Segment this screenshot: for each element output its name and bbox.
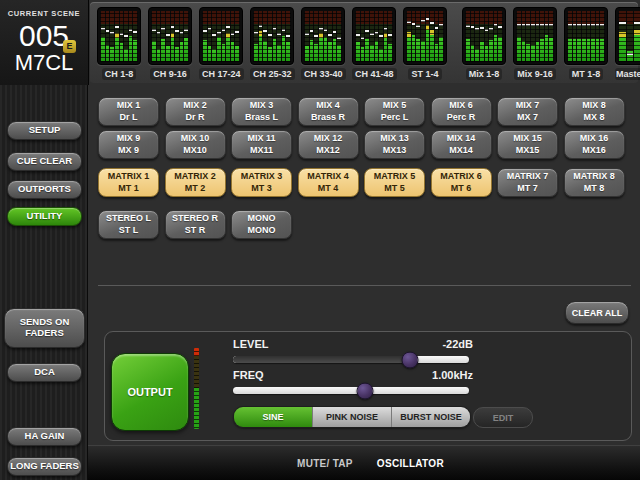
waveform-button-pink-noise[interactable]: PINK NOISE [312, 407, 391, 427]
bus-button[interactable]: MIX 12MX12 [298, 130, 359, 159]
meter-bar [129, 11, 133, 61]
bus-button[interactable]: MONOMONO [231, 210, 292, 239]
meter-block-label: Mix 1-8 [466, 68, 503, 80]
sidebar-button-sends-on-faders[interactable]: SENDS ONFADERS [4, 308, 85, 348]
bus-button[interactable]: MIX 14MX14 [431, 130, 492, 159]
meter-bar [379, 11, 383, 61]
meter-bar [526, 11, 530, 61]
meter-bar [133, 11, 137, 61]
meter-bar [319, 11, 323, 61]
meter-bar [217, 11, 221, 61]
meter-bar [361, 11, 365, 61]
meter-bar [494, 11, 498, 61]
level-slider-handle[interactable] [402, 351, 419, 368]
meter-bar [471, 11, 475, 61]
meter-bar [305, 11, 309, 61]
waveform-button-sine[interactable]: SINE [234, 407, 312, 427]
bus-button-channel: ST R [166, 225, 225, 237]
sidebar-button-utility[interactable]: UTILITY [7, 207, 82, 226]
oscillator-output-button[interactable]: OUTPUT [111, 353, 189, 431]
meter-bar [517, 11, 521, 61]
meter-bar [254, 11, 258, 61]
bus-button-name: MATRIX 7 [498, 171, 557, 183]
bus-button[interactable]: MIX 16MX16 [564, 130, 625, 159]
bus-button[interactable]: MIX 11MX11 [231, 130, 292, 159]
meter-bar [268, 11, 272, 61]
bus-button[interactable]: MIX 4Brass R [298, 97, 359, 126]
bus-button-name: STEREO R [166, 213, 225, 225]
bus-button[interactable]: MIX 13MX13 [364, 130, 425, 159]
bus-button[interactable]: STEREO LST L [98, 210, 159, 239]
bus-button-channel: MX 7 [498, 112, 557, 124]
meter-bar [370, 11, 374, 61]
meter-block-label: ST 1-4 [408, 68, 441, 80]
bus-button[interactable]: MIX 15MX15 [497, 130, 558, 159]
bus-button[interactable]: STEREO RST R [165, 210, 226, 239]
bus-button-name: MIX 14 [432, 133, 491, 145]
bus-button-name: MIX 6 [432, 100, 491, 112]
bus-button[interactable]: MATRIX 7MT 7 [497, 168, 558, 197]
tab-oscillator[interactable]: OSCILLATOR [377, 458, 444, 469]
meter-block: Master [615, 7, 640, 80]
section-divider [98, 285, 631, 286]
bus-button-name: MIX 16 [565, 133, 624, 145]
freq-slider-handle[interactable] [357, 382, 374, 399]
waveform-selector: SINEPINK NOISEBURST NOISE [233, 406, 471, 428]
bus-button-channel: MT 7 [498, 183, 557, 195]
level-slider[interactable] [233, 356, 469, 363]
tab-mute-tap[interactable]: MUTE/ TAP [297, 458, 353, 469]
meter-block-label: Master [615, 68, 640, 80]
level-slider-track[interactable] [233, 356, 410, 363]
meter-bar [531, 11, 535, 61]
bus-button[interactable]: MATRIX 5MT 5 [364, 168, 425, 197]
meter-bar [435, 11, 439, 61]
meter-bar [208, 11, 212, 61]
bus-button[interactable]: MIX 9MX 9 [98, 130, 159, 159]
bus-button-channel: MT 5 [365, 183, 424, 195]
meter-bar [337, 11, 341, 61]
sidebar-button-cue-clear[interactable]: CUE CLEAR [7, 152, 82, 171]
current-scene-display: CURRENT SCENE 005 E M7CL [0, 0, 89, 86]
bus-button[interactable]: MIX 6Perc R [431, 97, 492, 126]
bus-button[interactable]: MATRIX 8MT 8 [564, 168, 625, 197]
freq-slider[interactable] [233, 387, 469, 394]
meter-bar [430, 11, 434, 61]
sidebar-button-label: LONG FADERS [8, 461, 81, 472]
meter-block-label: CH 1-8 [102, 68, 137, 80]
meter-bar [421, 11, 425, 61]
bus-button[interactable]: MIX 10MX10 [165, 130, 226, 159]
sidebar-button-label: CUE CLEAR [8, 156, 81, 167]
sidebar-button-ha-gain[interactable]: HA GAIN [7, 427, 82, 446]
bus-button[interactable]: MATRIX 4MT 4 [298, 168, 359, 197]
sidebar-button-dca[interactable]: DCA [7, 363, 82, 382]
main-panel: MIX 1Dr LMIX 2Dr RMIX 3Brass LMIX 4Brass… [88, 85, 640, 445]
bus-button[interactable]: MIX 3Brass L [231, 97, 292, 126]
sidebar-button-outports[interactable]: OUTPORTS [7, 180, 82, 199]
bus-button-name: MATRIX 4 [299, 171, 358, 183]
bus-button[interactable]: MIX 8MX 8 [564, 97, 625, 126]
meter-bar [282, 11, 286, 61]
bus-button-name: MATRIX 8 [565, 171, 624, 183]
bus-button[interactable]: MIX 2Dr R [165, 97, 226, 126]
bus-button[interactable]: MIX 1Dr L [98, 97, 159, 126]
bus-button-name: MIX 10 [166, 133, 225, 145]
bus-button[interactable]: MATRIX 2MT 2 [165, 168, 226, 197]
sidebar-button-label: DCA [8, 367, 81, 378]
bus-button[interactable]: MIX 7MX 7 [497, 97, 558, 126]
waveform-button-burst-noise[interactable]: BURST NOISE [391, 407, 470, 427]
sidebar-button-setup[interactable]: SETUP [7, 121, 82, 140]
edit-button[interactable]: EDIT [473, 407, 533, 428]
clear-all-button[interactable]: CLEAR ALL [565, 301, 629, 324]
level-value: -22dB [442, 338, 473, 350]
bus-button[interactable]: MATRIX 3MT 3 [231, 168, 292, 197]
bus-button[interactable]: MATRIX 1MT 1 [98, 168, 159, 197]
sidebar-button-long-faders[interactable]: LONG FADERS [7, 457, 82, 476]
meter-block-label: CH 41-48 [352, 68, 397, 80]
bus-button-channel: MT 3 [232, 183, 291, 195]
meter-bar [498, 11, 502, 61]
meter-bar [286, 11, 290, 61]
meter-bar [212, 11, 216, 61]
bus-button[interactable]: MATRIX 6MT 6 [431, 168, 492, 197]
bus-button[interactable]: MIX 5Perc L [364, 97, 425, 126]
bus-button-name: STEREO L [99, 213, 158, 225]
